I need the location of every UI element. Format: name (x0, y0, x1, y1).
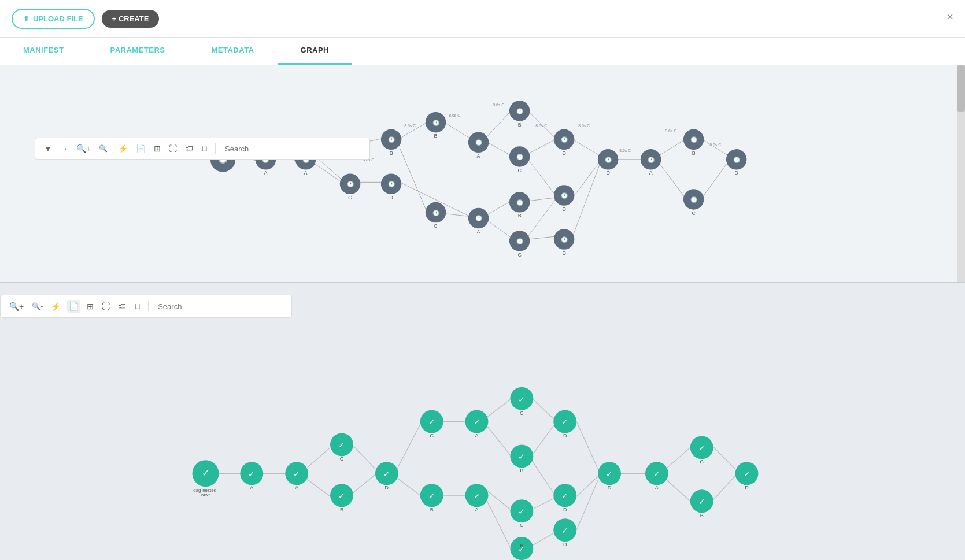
zoom-in-icon-bottom[interactable]: 🔍+ (8, 301, 25, 312)
svg-text:C: C (700, 459, 704, 465)
scrollbar-track-top[interactable] (957, 65, 965, 282)
svg-text:D: D (562, 150, 565, 156)
svg-text:8.6s C: 8.6s C (665, 129, 676, 133)
svg-text:C: C (340, 456, 344, 462)
svg-text:8.6s C: 8.6s C (578, 124, 590, 128)
zoom-in-icon[interactable]: 🔍+ (75, 143, 93, 154)
svg-text:D: D (606, 170, 609, 176)
svg-text:🕐: 🕐 (516, 107, 524, 115)
svg-line-110 (307, 479, 330, 496)
lightning-icon-bottom[interactable]: ⚡ (49, 301, 62, 312)
create-button[interactable]: + CREATE (102, 10, 160, 28)
svg-line-13 (487, 220, 511, 238)
svg-text:✓: ✓ (518, 507, 525, 516)
hierarchy-icon[interactable]: ⊔ (199, 143, 209, 154)
svg-text:✓: ✓ (606, 469, 613, 479)
svg-text:🕐: 🕐 (605, 156, 612, 164)
toolbar-divider-bottom (148, 301, 149, 311)
svg-text:A: A (477, 153, 480, 159)
svg-text:🕐: 🕐 (516, 238, 524, 245)
svg-text:C: C (520, 522, 524, 528)
svg-text:🕐: 🕐 (648, 156, 655, 164)
svg-line-7 (400, 148, 427, 213)
filter-icon[interactable]: ▼ (42, 143, 54, 154)
svg-text:D: D (562, 206, 565, 212)
svg-text:🕐: 🕐 (690, 136, 698, 143)
svg-line-131 (667, 480, 690, 501)
svg-line-123 (532, 461, 555, 495)
tabs-bar: MANIFEST PARAMETERS METADATA GRAPH (0, 38, 965, 65)
svg-text:✓: ✓ (338, 491, 345, 500)
lightning-icon[interactable]: ⚡ (116, 143, 130, 154)
svg-line-122 (532, 423, 555, 455)
svg-line-27 (702, 139, 727, 155)
tab-parameters[interactable]: PARAMETERS (87, 38, 188, 65)
expand-icon[interactable]: ⛶ (167, 143, 179, 154)
svg-text:B: B (434, 133, 438, 139)
svg-text:🕐: 🕐 (690, 196, 698, 203)
svg-text:✓: ✓ (383, 469, 390, 479)
zoom-out-icon-bottom[interactable]: 🔍- (30, 301, 45, 311)
svg-line-25 (659, 139, 685, 155)
crosshair-icon[interactable]: ⊞ (152, 143, 162, 154)
svg-line-10 (487, 111, 511, 136)
svg-text:✓: ✓ (338, 440, 345, 450)
svg-text:🕐: 🕐 (388, 180, 395, 188)
svg-line-128 (576, 480, 598, 530)
svg-text:✓: ✓ (518, 452, 525, 461)
search-input-bottom[interactable] (154, 301, 284, 312)
svg-text:✓: ✓ (561, 417, 568, 427)
upload-icon: ⬆ (23, 14, 29, 23)
svg-line-111 (352, 444, 375, 469)
zoom-out-icon[interactable]: 🔍- (97, 143, 112, 154)
tab-manifest[interactable]: MANIFEST (0, 38, 87, 65)
svg-text:B: B (518, 213, 522, 218)
svg-text:B: B (520, 543, 523, 548)
svg-text:A: A (477, 229, 480, 235)
header-bar: ⬆ UPLOAD FILE + CREATE × (0, 0, 965, 38)
svg-text:C: C (434, 223, 438, 229)
crosshair-icon-bottom[interactable]: ⊞ (85, 301, 95, 312)
tag-icon[interactable]: 🏷 (183, 143, 195, 154)
close-button[interactable]: × (946, 10, 953, 24)
svg-line-21 (572, 139, 599, 155)
document-icon-bottom[interactable]: 📄 (67, 300, 80, 313)
svg-text:B: B (692, 150, 696, 156)
svg-text:✓: ✓ (561, 491, 568, 500)
svg-text:🕐: 🕐 (432, 119, 440, 127)
svg-text:A: A (475, 507, 479, 513)
svg-text:8.6s C: 8.6s C (535, 124, 547, 128)
svg-text:D: D (385, 485, 389, 491)
svg-text:🕐: 🕐 (516, 153, 524, 161)
svg-text:✓: ✓ (428, 417, 435, 427)
svg-text:🕐: 🕐 (561, 192, 568, 199)
tab-metadata[interactable]: METADATA (188, 38, 278, 65)
expand-icon-bottom[interactable]: ⛶ (100, 301, 112, 312)
toolbar-bottom: 🔍+ 🔍- ⚡ 📄 ⊞ ⛶ 🏷 ⊔ (0, 295, 292, 318)
svg-text:✓: ✓ (698, 497, 705, 506)
document-icon[interactable]: 📄 (134, 143, 147, 154)
svg-text:66xt: 66xt (201, 492, 210, 498)
svg-text:🕐: 🕐 (516, 199, 524, 206)
hierarchy-icon-bottom[interactable]: ⊔ (132, 301, 142, 312)
svg-text:B: B (700, 513, 704, 518)
svg-text:D: D (562, 250, 565, 256)
svg-text:🕐: 🕐 (561, 236, 568, 243)
svg-text:🕐: 🕐 (733, 156, 741, 164)
svg-text:🕐: 🕐 (475, 214, 483, 222)
arrow-right-icon[interactable]: → (58, 143, 70, 154)
svg-text:🕐: 🕐 (561, 136, 568, 143)
top-panel: ⬆ UPLOAD FILE + CREATE × MANIFEST PARAME… (0, 0, 965, 283)
search-input-top[interactable] (221, 143, 363, 154)
scrollbar-thumb-top[interactable] (957, 65, 965, 112)
svg-line-11 (487, 142, 511, 155)
svg-text:A: A (304, 170, 308, 176)
upload-file-button[interactable]: ⬆ UPLOAD FILE (12, 9, 95, 29)
svg-line-130 (667, 447, 690, 468)
tab-graph[interactable]: GRAPH (278, 38, 352, 65)
svg-text:D: D (734, 170, 738, 176)
svg-text:8.6s C: 8.6s C (709, 143, 721, 147)
svg-line-23 (572, 165, 599, 236)
tag-icon-bottom[interactable]: 🏷 (116, 301, 128, 312)
svg-line-20 (528, 236, 555, 239)
